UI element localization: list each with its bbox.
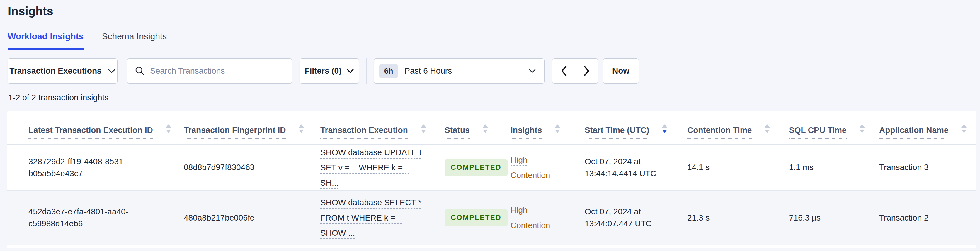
latest-execution-id-cell: 328729d2-ff19-4408-8531-b05a5b4e43c7 (7, 145, 175, 190)
next-range-button[interactable] (575, 58, 598, 83)
sort-icon[interactable] (765, 124, 770, 133)
table-header-row: Latest Transaction Execution ID Transact… (7, 110, 976, 145)
fingerprint-id-cell: 08d8b7d97f830463 (175, 145, 312, 190)
status-cell: COMPLETED (436, 190, 502, 245)
tab-schema-insights[interactable]: Schema Insights (102, 31, 167, 50)
contention-time-cell: 14.1 s (678, 145, 780, 190)
transaction-execution-link[interactable]: SHOW database UPDATE t SET v = _ WHERE k… (320, 148, 422, 187)
tab-bar: Workload Insights Schema Insights (8, 31, 980, 50)
column-header-insights[interactable]: Insights (502, 110, 576, 145)
fingerprint-id-cell: 480a8b217be006fe (175, 190, 312, 245)
now-button[interactable]: Now (603, 58, 639, 83)
column-header-latest-transaction-execution-id[interactable]: Latest Transaction Execution ID (7, 110, 175, 145)
sort-icon[interactable] (299, 124, 304, 133)
time-range-badge: 6h (379, 64, 398, 78)
page-header: Insights (0, 0, 980, 18)
transaction-execution-cell: SHOW database SELECT * FROM t WHERE k = … (312, 190, 436, 245)
start-time-cell: Oct 07, 2024 at 13:44:14.4414 UTC (576, 145, 678, 190)
column-header-transaction-execution[interactable]: Transaction Execution (312, 110, 436, 145)
results-count: 1-2 of 2 transaction insights (8, 93, 980, 102)
insights-cell: High Contention (502, 190, 576, 245)
status-cell: COMPLETED (436, 145, 502, 190)
page-title: Insights (8, 5, 980, 18)
filters-label: Filters (0) (304, 66, 341, 76)
chevron-down-icon (347, 69, 354, 73)
filters-button[interactable]: Filters (0) (299, 58, 359, 83)
sort-icon[interactable] (483, 124, 488, 133)
chevron-left-icon (561, 66, 567, 76)
application-name-cell: Transaction 3 (870, 145, 976, 190)
sort-icon[interactable] (555, 124, 560, 133)
table-row: 328729d2-ff19-4408-8531-b05a5b4e43c7 08d… (7, 145, 976, 190)
latest-execution-id-cell: 452da3e7-e7fa-4801-aa40-c59988d14eb6 (7, 190, 175, 245)
toolbar-divider (366, 58, 367, 83)
start-time-cell: Oct 07, 2024 at 13:44:07.447 UTC (576, 190, 678, 245)
time-range-pager (552, 58, 598, 83)
column-header-transaction-fingerprint-id[interactable]: Transaction Fingerprint ID (175, 110, 312, 145)
search-box[interactable] (127, 58, 292, 83)
sort-icon[interactable] (421, 124, 426, 133)
chevron-right-icon (584, 66, 590, 76)
time-range-picker[interactable]: 6h Past 6 Hours (374, 58, 544, 83)
table-row: 452da3e7-e7fa-4801-aa40-c59988d14eb6 480… (7, 190, 976, 245)
high-contention-link[interactable]: High Contention (511, 155, 550, 180)
toolbar: Transaction Executions Filters (0) 6h Pa… (8, 58, 980, 83)
tab-workload-insights[interactable]: Workload Insights (8, 31, 84, 50)
insights-table-card: Latest Transaction Execution ID Transact… (7, 110, 976, 248)
transaction-execution-cell: SHOW database UPDATE t SET v = _ WHERE k… (312, 145, 436, 190)
contention-time-cell: 21.3 s (678, 190, 780, 245)
transaction-insights-table: Latest Transaction Execution ID Transact… (7, 110, 976, 245)
chevron-down-icon (108, 68, 116, 74)
sql-cpu-time-cell: 1.1 ms (780, 145, 870, 190)
search-icon (135, 66, 145, 76)
sort-icon[interactable] (166, 124, 171, 133)
insights-cell: High Contention (502, 145, 576, 190)
workload-type-label: Transaction Executions (10, 66, 102, 76)
workload-type-selector[interactable]: Transaction Executions (8, 58, 118, 83)
status-badge: COMPLETED (445, 159, 508, 176)
sql-cpu-time-cell: 716.3 µs (780, 190, 870, 245)
column-header-contention-time[interactable]: Contention Time (678, 110, 780, 145)
column-header-status[interactable]: Status (436, 110, 502, 145)
time-range-label: Past 6 Hours (404, 66, 452, 76)
column-header-application-name[interactable]: Application Name (870, 110, 976, 145)
chevron-down-icon (528, 69, 536, 73)
column-header-start-time[interactable]: Start Time (UTC) (576, 110, 678, 145)
transaction-execution-link[interactable]: SHOW database SELECT * FROM t WHERE k = … (320, 198, 422, 238)
previous-range-button[interactable] (552, 58, 575, 83)
sort-icon[interactable] (961, 124, 967, 133)
sort-icon-active-desc[interactable] (662, 124, 667, 133)
status-badge: COMPLETED (445, 209, 508, 226)
search-input[interactable] (150, 66, 284, 76)
column-header-sql-cpu-time[interactable]: SQL CPU Time (780, 110, 870, 145)
application-name-cell: Transaction 2 (870, 190, 976, 245)
high-contention-link[interactable]: High Contention (511, 206, 550, 230)
sort-icon[interactable] (859, 124, 865, 133)
